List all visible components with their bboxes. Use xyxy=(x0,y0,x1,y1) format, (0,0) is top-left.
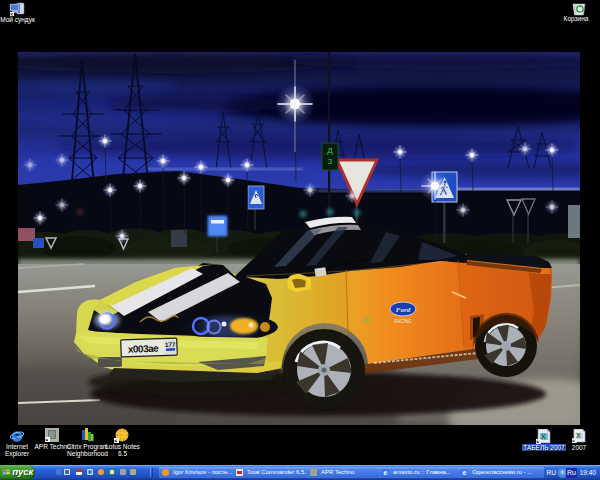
svg-text:RACING: RACING xyxy=(394,319,412,324)
svg-text:X: X xyxy=(541,433,546,440)
svg-text:177: 177 xyxy=(165,341,176,348)
svg-text:X: X xyxy=(576,432,581,439)
svg-text:х003ае: х003ае xyxy=(128,343,160,355)
svg-text:Ford: Ford xyxy=(396,306,411,314)
svg-text:Д: Д xyxy=(327,146,333,155)
svg-text:3: 3 xyxy=(328,157,333,166)
